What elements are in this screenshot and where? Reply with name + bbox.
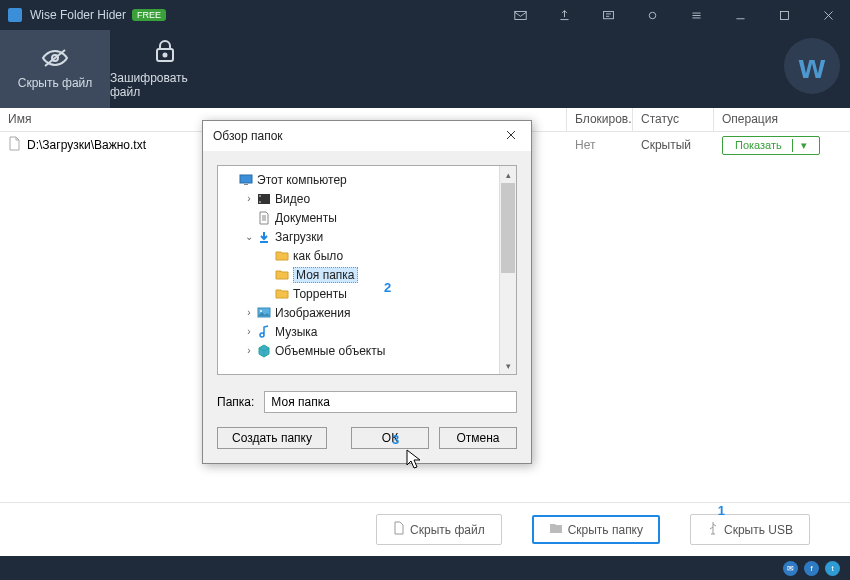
hide-file-tab[interactable]: Скрыть файл — [0, 30, 110, 108]
chevron-down-icon[interactable]: ▾ — [792, 139, 807, 152]
doc-icon — [256, 211, 272, 225]
hide-usb-button[interactable]: Скрыть USB — [690, 514, 810, 545]
folder-input[interactable] — [264, 391, 517, 413]
svg-point-2 — [649, 12, 656, 19]
free-badge: FREE — [132, 9, 166, 21]
expand-icon[interactable]: › — [242, 345, 256, 356]
minimize-button[interactable] — [718, 0, 762, 30]
pc-icon — [238, 174, 254, 186]
tree-label: Документы — [275, 211, 337, 225]
tree-item[interactable]: ›Изображения — [220, 303, 514, 322]
folder-label: Папка: — [217, 395, 254, 409]
expand-icon[interactable]: ⌄ — [242, 231, 256, 242]
encrypt-file-label: Зашифровать файл — [110, 71, 220, 99]
folder-browse-dialog: Обзор папок Этот компьютер›ВидеоДокумент… — [202, 120, 532, 464]
twitter-icon[interactable]: t — [825, 561, 840, 576]
ok-button[interactable]: ОК — [351, 427, 429, 449]
hide-file-label: Скрыть файл — [18, 76, 93, 90]
tree-item[interactable]: ›Объемные объекты — [220, 341, 514, 360]
file-icon — [8, 136, 21, 154]
expand-icon[interactable]: › — [242, 307, 256, 318]
update-icon[interactable] — [542, 0, 586, 30]
tree-label: Загрузки — [275, 230, 323, 244]
folder-tree[interactable]: Этот компьютер›ВидеоДокументы⌄Загрузкика… — [217, 165, 517, 375]
svg-point-13 — [260, 310, 262, 312]
svg-rect-7 — [240, 175, 252, 183]
image-icon — [256, 307, 272, 318]
tree-label: Объемные объекты — [275, 344, 385, 358]
folder-icon — [274, 250, 290, 261]
file-icon — [393, 521, 405, 538]
status-value: Скрытый — [633, 138, 714, 152]
tree-label: Изображения — [275, 306, 350, 320]
scroll-thumb[interactable] — [501, 183, 515, 273]
menu-icon[interactable] — [674, 0, 718, 30]
hide-folder-button[interactable]: Скрыть папку — [532, 515, 660, 544]
svg-rect-8 — [244, 184, 248, 185]
titlebar: Wise Folder Hider FREE — [0, 0, 850, 30]
lock-icon — [154, 39, 176, 66]
close-button[interactable] — [806, 0, 850, 30]
main-toolbar: Скрыть файл Зашифровать файл w — [0, 30, 850, 108]
cube-icon — [256, 344, 272, 358]
music-icon — [256, 325, 272, 339]
tree-label: Музыка — [275, 325, 317, 339]
svg-point-6 — [164, 54, 167, 57]
file-path: D:\Загрузки\Важно.txt — [27, 138, 146, 152]
expand-icon[interactable]: › — [242, 193, 256, 204]
svg-rect-3 — [780, 11, 788, 19]
app-title: Wise Folder Hider — [30, 8, 126, 22]
svg-rect-0 — [514, 11, 525, 19]
maximize-button[interactable] — [762, 0, 806, 30]
tree-label: Торренты — [293, 287, 347, 301]
annotation-3: 3 — [392, 432, 399, 447]
facebook-icon[interactable]: f — [804, 561, 819, 576]
feedback-icon[interactable] — [586, 0, 630, 30]
folder-icon — [274, 288, 290, 299]
lock-value: Нет — [567, 138, 633, 152]
expand-icon[interactable]: › — [242, 326, 256, 337]
brand-logo: w — [784, 38, 840, 94]
tree-item[interactable]: Документы — [220, 208, 514, 227]
create-folder-button[interactable]: Создать папку — [217, 427, 327, 449]
tree-item[interactable]: ⌄Загрузки — [220, 227, 514, 246]
encrypt-file-tab[interactable]: Зашифровать файл — [110, 30, 220, 108]
svg-rect-1 — [603, 11, 613, 18]
cancel-button[interactable]: Отмена — [439, 427, 517, 449]
tree-item[interactable]: как было — [220, 246, 514, 265]
scrollbar[interactable]: ▴ ▾ — [499, 166, 516, 374]
col-lock[interactable]: Блокиров... — [567, 108, 633, 131]
show-button[interactable]: Показать ▾ — [722, 136, 820, 155]
annotation-2: 2 — [384, 280, 391, 295]
dialog-close-button[interactable] — [501, 125, 521, 148]
app-logo — [8, 8, 22, 22]
tree-item[interactable]: ›Музыка — [220, 322, 514, 341]
svg-rect-11 — [259, 201, 261, 203]
scroll-up-icon[interactable]: ▴ — [500, 166, 516, 183]
down-icon — [256, 230, 272, 244]
col-operation[interactable]: Операция — [714, 108, 834, 131]
tree-item[interactable]: ›Видео — [220, 189, 514, 208]
tree-item[interactable]: Торренты — [220, 284, 514, 303]
theme-icon[interactable] — [630, 0, 674, 30]
tree-label: Этот компьютер — [257, 173, 347, 187]
folder-icon — [549, 522, 563, 537]
annotation-1: 1 — [718, 503, 725, 518]
mail-link-icon[interactable]: ✉ — [783, 561, 798, 576]
mail-icon[interactable] — [498, 0, 542, 30]
statusbar: ✉ f t — [0, 556, 850, 580]
scroll-down-icon[interactable]: ▾ — [500, 357, 516, 374]
tree-item[interactable]: Моя папка — [220, 265, 514, 284]
folder-icon — [274, 269, 290, 280]
tree-item[interactable]: Этот компьютер — [220, 170, 514, 189]
dialog-title: Обзор папок — [213, 129, 283, 143]
col-status[interactable]: Статус — [633, 108, 714, 131]
dialog-titlebar: Обзор папок — [203, 121, 531, 151]
svg-rect-10 — [259, 195, 261, 197]
tree-label: Моя папка — [293, 267, 358, 283]
tree-label: как было — [293, 249, 343, 263]
usb-icon — [707, 521, 719, 538]
hide-file-button[interactable]: Скрыть файл — [376, 514, 502, 545]
eye-slash-icon — [41, 48, 69, 71]
tree-label: Видео — [275, 192, 310, 206]
